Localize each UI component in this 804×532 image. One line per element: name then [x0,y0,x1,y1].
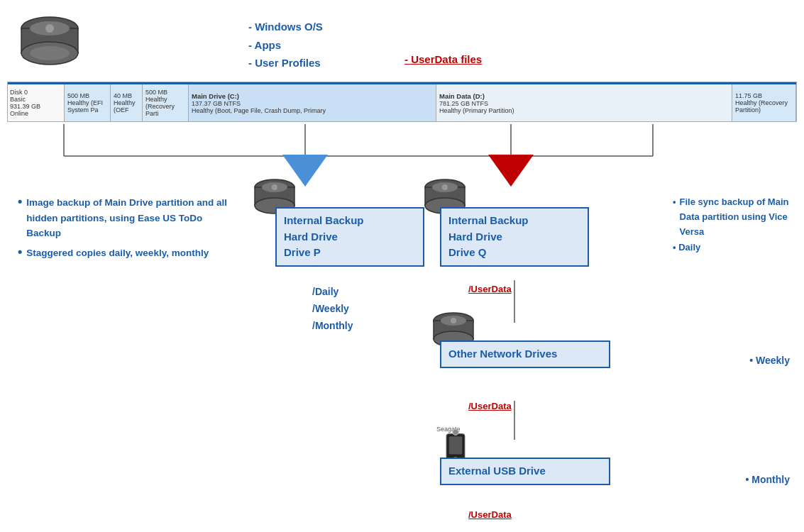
svg-point-27 [451,318,456,323]
top-hdd-icon [18,14,82,67]
network-drives-box: Other Network Drives [440,340,610,368]
arrow-main-data [488,155,534,187]
left-description-box: • Image backup of Main Drive partition a… [18,195,238,265]
diagram: - Windows O/S - Apps - User Profiles - U… [0,0,804,532]
drive-q-box: Internal Backup Hard Drive Drive Q [440,207,589,267]
userdata-network-label: /UserData [468,401,512,411]
usb-drive-box: External USB Drive [440,458,610,485]
left-bullet1: Image backup of Main Drive partition and… [26,195,238,241]
svg-point-4 [45,24,54,33]
right-description-box: • File sync backup of Main Data partitio… [673,195,790,253]
svg-point-22 [442,184,448,190]
userdata-usb-label: /UserData [468,509,512,520]
right-bullet1: File sync backup of Main Data partition … [680,195,790,239]
disk-partition-bar: Disk 0 Basic 931.39 GB Online 500 MB Hea… [7,82,797,122]
weekly-label: • Weekly [749,355,790,366]
daily-weekly-monthly-label: /Daily /Weekly /Monthly [312,284,353,334]
svg-rect-29 [449,436,463,454]
monthly-label: • Monthly [746,474,790,485]
drive-p-box: Internal Backup Hard Drive Drive P [275,207,424,267]
svg-point-31 [453,429,458,435]
svg-point-17 [272,184,277,190]
left-bullet2: Staggered copies daily, weekly, monthly [26,245,209,261]
top-os-list: - Windows O/S - Apps - User Profiles [248,18,323,72]
userdata-q-label: /UserData [468,284,512,294]
userdata-files-label: - UserData files [404,53,482,65]
svg-point-5 [30,46,70,60]
